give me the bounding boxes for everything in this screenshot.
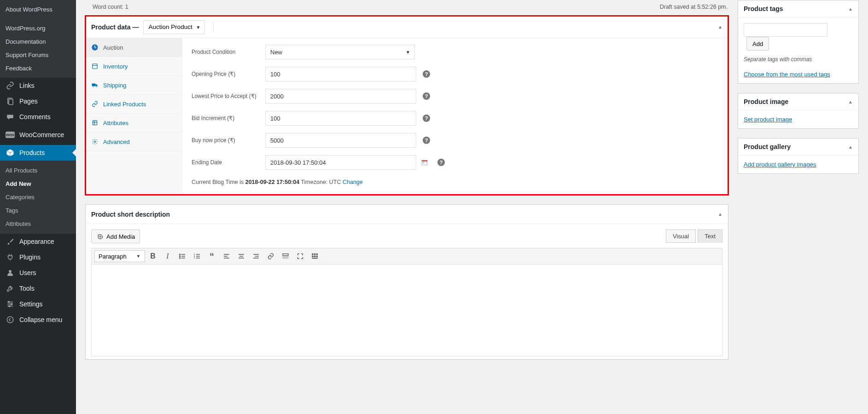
panel-toggle-icon[interactable]: ▲ xyxy=(848,99,853,104)
panel-toggle-icon[interactable]: ▲ xyxy=(718,212,722,217)
tab-shipping[interactable]: Shipping xyxy=(86,76,182,95)
sidebar-item-users[interactable]: Users xyxy=(0,265,76,281)
opening-price-input[interactable] xyxy=(265,67,416,81)
svg-rect-15 xyxy=(422,160,427,161)
sidebar-wordpress-org[interactable]: WordPress.org xyxy=(0,22,76,35)
auction-icon xyxy=(91,44,99,51)
calendar-icon[interactable] xyxy=(421,159,428,166)
product-gallery-box: Product gallery ▲ Add product gallery im… xyxy=(738,138,859,174)
submenu-add-new[interactable]: Add New xyxy=(0,177,76,190)
tags-input[interactable] xyxy=(744,23,827,37)
align-center-button[interactable] xyxy=(234,249,248,263)
product-data-panel: Product data — Auction Product ▼ ▲ Auct xyxy=(85,16,728,195)
paragraph-select[interactable]: Paragraph xyxy=(94,250,145,262)
help-icon[interactable]: ? xyxy=(423,137,430,144)
main-content: Word count: 1 Draft saved at 5:52:26 pm.… xyxy=(76,0,738,414)
tab-attributes[interactable]: Attributes xyxy=(86,114,182,132)
svg-point-3 xyxy=(8,301,10,303)
sidebar-item-comments[interactable]: Comments xyxy=(0,109,76,125)
align-left-button[interactable] xyxy=(220,249,233,263)
collapse-icon xyxy=(6,315,15,324)
sidebar-item-pages[interactable]: Pages xyxy=(0,93,76,109)
ending-date-input[interactable] xyxy=(265,155,416,170)
sidebar-label: WooCommerce xyxy=(19,131,64,138)
help-icon[interactable]: ? xyxy=(437,159,445,166)
sidebar-about-wordpress[interactable]: About WordPress xyxy=(0,3,76,16)
tab-inventory[interactable]: Inventory xyxy=(86,57,182,76)
sidebar-item-settings[interactable]: Settings xyxy=(0,296,76,312)
sidebar-label: Plugins xyxy=(19,253,41,261)
tab-label: Advanced xyxy=(103,138,130,145)
insert-more-button[interactable] xyxy=(279,249,292,263)
svg-rect-9 xyxy=(92,84,96,86)
sidebar-label: Settings xyxy=(19,300,43,308)
field-label-opening: Opening Price (₹) xyxy=(192,71,265,77)
lowest-price-input[interactable] xyxy=(265,89,416,104)
bold-button[interactable]: B xyxy=(146,249,160,263)
svg-point-5 xyxy=(9,305,10,307)
sidebar-item-collapse[interactable]: Collapse menu xyxy=(0,312,76,328)
sidebar-documentation[interactable]: Documentation xyxy=(0,35,76,48)
svg-rect-29 xyxy=(316,253,318,255)
bid-increment-input[interactable] xyxy=(265,111,416,126)
panel-toggle-icon[interactable]: ▲ xyxy=(848,6,853,12)
align-right-button[interactable] xyxy=(249,249,263,263)
product-type-select[interactable]: Auction Product xyxy=(143,20,205,34)
svg-rect-32 xyxy=(316,256,318,257)
products-submenu: All Products Add New Categories Tags Att… xyxy=(0,161,76,234)
sidebar-item-products[interactable]: Products xyxy=(0,145,76,161)
tab-auction[interactable]: Auction xyxy=(86,38,182,57)
sidebar-item-links[interactable]: Links xyxy=(0,78,76,93)
add-gallery-images-link[interactable]: Add product gallery images xyxy=(744,161,816,168)
submenu-categories[interactable]: Categories xyxy=(0,190,76,204)
toolbar-toggle-button[interactable] xyxy=(308,249,322,263)
panel-toggle-icon[interactable]: ▲ xyxy=(718,24,722,29)
sidebar-support-forums[interactable]: Support Forums xyxy=(0,48,76,62)
add-media-button[interactable]: Add Media xyxy=(91,230,140,243)
blockquote-button[interactable]: “ xyxy=(205,249,219,263)
tags-hint: Separate tags with commas xyxy=(744,56,853,63)
sidebar-item-tools[interactable]: Tools xyxy=(0,281,76,296)
editor-textarea[interactable] xyxy=(91,264,722,356)
sidebar-item-woocommerce[interactable]: woo WooCommerce xyxy=(0,125,76,145)
svg-text:3: 3 xyxy=(194,257,195,259)
submenu-tags[interactable]: Tags xyxy=(0,204,76,217)
number-list-button[interactable]: 123 xyxy=(190,249,204,263)
users-icon xyxy=(6,268,15,277)
submenu-all-products[interactable]: All Products xyxy=(0,164,76,177)
submenu-attributes[interactable]: Attributes xyxy=(0,217,76,230)
choose-tags-link[interactable]: Choose from the most used tags xyxy=(744,71,830,78)
buy-now-price-input[interactable] xyxy=(265,133,416,148)
link-button[interactable] xyxy=(264,249,278,263)
tab-linked-products[interactable]: Linked Products xyxy=(86,95,182,114)
sidebar-item-plugins[interactable]: Plugins xyxy=(0,249,76,265)
help-icon[interactable]: ? xyxy=(423,115,430,122)
sidebar-label: Tools xyxy=(19,285,35,292)
set-product-image-link[interactable]: Set product image xyxy=(744,116,792,123)
field-label-ending: Ending Date xyxy=(192,159,265,166)
sidebar-feedback[interactable]: Feedback xyxy=(0,62,76,75)
bullet-list-button[interactable] xyxy=(175,249,189,263)
brush-icon xyxy=(6,237,15,246)
tab-label: Linked Products xyxy=(103,101,146,108)
panel-toggle-icon[interactable]: ▲ xyxy=(848,144,853,150)
editor-tab-visual[interactable]: Visual xyxy=(666,230,696,243)
sidebar-label: Collapse menu xyxy=(19,316,62,323)
editor-tab-text[interactable]: Text xyxy=(698,230,722,243)
sidebar-item-appearance[interactable]: Appearance xyxy=(0,234,76,249)
change-timezone-link[interactable]: Change xyxy=(341,179,362,185)
sidebar-label: Products xyxy=(19,149,45,156)
svg-point-22 xyxy=(180,258,181,259)
add-tag-button[interactable]: Add xyxy=(746,37,769,51)
help-icon[interactable]: ? xyxy=(423,92,430,100)
admin-sidebar: About WordPress WordPress.org Documentat… xyxy=(0,0,76,414)
link-icon xyxy=(6,81,15,90)
italic-button[interactable]: I xyxy=(161,249,175,263)
help-icon[interactable]: ? xyxy=(423,70,430,78)
tab-label: Attributes xyxy=(103,120,128,126)
wrench-icon xyxy=(6,284,15,293)
product-condition-select[interactable]: New xyxy=(265,45,415,59)
fullscreen-button[interactable] xyxy=(293,249,307,263)
attributes-icon xyxy=(91,119,99,126)
tab-advanced[interactable]: Advanced xyxy=(86,132,182,151)
